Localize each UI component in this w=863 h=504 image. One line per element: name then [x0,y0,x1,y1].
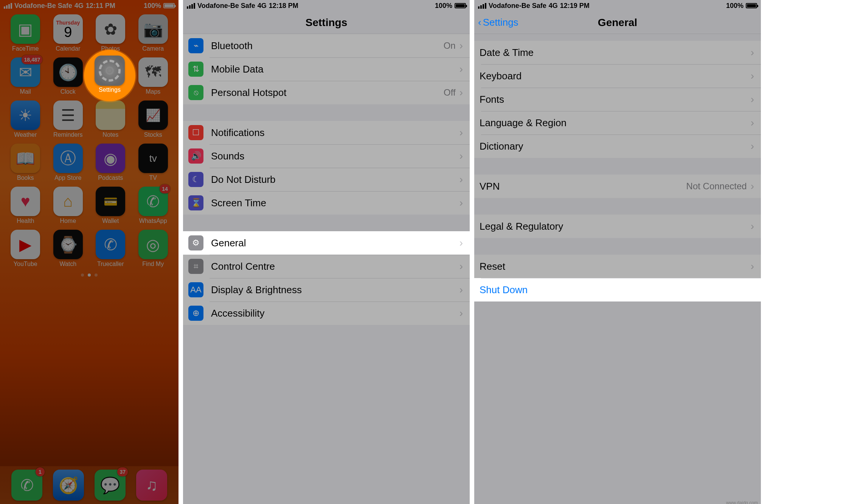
phone-icon: ✆1 [11,470,42,501]
accessibility-icon: ⊕ [188,306,203,321]
row-screen-time[interactable]: ⌛Screen Time› [183,191,470,215]
reminders-icon: ☰ [53,100,83,130]
app-weather[interactable]: ☀Weather [5,100,46,142]
chevron-right-icon: › [459,87,463,99]
row-sounds[interactable]: 🔊Sounds› [183,144,470,168]
row-display-brightness[interactable]: AADisplay & Brightness› [183,278,470,301]
navbar: ‹Settings General [474,11,761,34]
row-control-centre[interactable]: ⌗Control Centre› [183,255,470,278]
mail-icon: ✉18,487 [11,57,40,87]
app-truecaller[interactable]: ✆Truecaller [90,230,131,271]
app-whatsapp[interactable]: ✆14WhatsApp [133,187,174,228]
app-reminders[interactable]: ☰Reminders [48,100,88,142]
signal-icon [187,3,195,9]
chevron-right-icon: › [751,220,754,232]
spotlight-settings[interactable]: Settings [84,50,135,101]
tv-icon: tv [138,144,168,173]
chevron-right-icon: › [459,40,463,52]
app-camera[interactable]: 📷Camera [133,14,174,56]
row-language-region[interactable]: Language & Region› [474,111,761,135]
messages-badge: 37 [117,467,128,476]
app-clock[interactable]: 🕙Clock [48,57,88,99]
row-vpn[interactable]: VPNNot Connected› [474,175,761,198]
app-mail[interactable]: ✉18,487Mail [5,57,46,99]
watermark: www.daidq.com [726,500,758,504]
status-time: 12:18 PM [269,2,298,10]
carrier-label: Vodafone-Be Safe [197,2,255,10]
app-health[interactable]: ♥Health [5,187,46,228]
dock: ✆1 🧭 💬37 ♫ [0,466,178,504]
status-time: 12:19 PM [560,2,590,10]
app-appstore[interactable]: ⒶApp Store [48,144,88,185]
app-findmy[interactable]: ◎Find My [133,230,174,271]
app-calendar[interactable]: Thursday9Calendar [48,14,88,56]
app-home[interactable]: ⌂Home [48,187,88,228]
row-shut-down[interactable]: Shut Down [474,278,761,301]
row-notifications[interactable]: ☐Notifications› [183,121,470,144]
row-personal-hotspot[interactable]: ⍉Personal HotspotOff› [183,81,470,104]
row-fonts[interactable]: Fonts› [474,88,761,111]
books-icon: 📖 [11,144,40,173]
row-mobile-data[interactable]: ⇅Mobile Data› [183,57,470,81]
app-books[interactable]: 📖Books [5,144,46,185]
chevron-right-icon: › [459,260,463,272]
status-bar: Vodafone-Be Safe 4G 12:11 PM 100% [0,0,178,11]
app-notes[interactable]: Notes [90,100,131,142]
whatsapp-badge: 14 [160,184,170,193]
chevron-right-icon: › [459,284,463,296]
music-icon: ♫ [136,470,167,501]
display-icon: AA [188,282,203,297]
carrier-label: Vodafone-Be Safe [489,2,546,10]
row-do-not-disturb[interactable]: ☾Do Not Disturb› [183,168,470,191]
general-icon: ⚙ [188,235,203,250]
chevron-right-icon: › [459,197,463,209]
mobile-data-icon: ⇅ [188,62,203,77]
panel-home-screen: Vodafone-Be Safe 4G 12:11 PM 100% ▣FaceT… [0,0,178,504]
screentime-icon: ⌛ [188,195,203,210]
chevron-right-icon: › [751,180,754,192]
row-legal-regulatory[interactable]: Legal & Regulatory› [474,215,761,238]
chevron-right-icon: › [751,117,754,129]
appstore-icon: Ⓐ [53,144,83,173]
app-podcasts[interactable]: ◉Podcasts [90,144,131,185]
row-reset[interactable]: Reset› [474,255,761,278]
app-wallet[interactable]: 💳Wallet [90,187,131,228]
watch-icon: ⌚ [53,230,83,259]
row-keyboard[interactable]: Keyboard› [474,64,761,88]
app-watch[interactable]: ⌚Watch [48,230,88,271]
dock-safari[interactable]: 🧭 [48,470,89,501]
truecaller-icon: ✆ [96,230,125,259]
status-bar: Vodafone-Be Safe 4G 12:18 PM 100% [183,0,470,11]
back-button[interactable]: ‹Settings [478,11,518,34]
chevron-right-icon: › [459,150,463,162]
chevron-right-icon: › [751,46,754,59]
app-youtube[interactable]: ▶YouTube [5,230,46,271]
dock-phone[interactable]: ✆1 [6,470,48,501]
settings-icon [95,56,125,86]
app-maps[interactable]: 🗺Maps [133,57,174,99]
row-accessibility[interactable]: ⊕Accessibility› [183,301,470,325]
app-facetime[interactable]: ▣FaceTime [5,14,46,56]
messages-icon: 💬37 [95,470,126,501]
dock-messages[interactable]: 💬37 [89,470,131,501]
row-date-time[interactable]: Date & Time› [474,41,761,64]
dock-music[interactable]: ♫ [131,470,172,501]
notifications-icon: ☐ [188,125,203,140]
row-general[interactable]: ⚙General› [183,231,470,255]
chevron-right-icon: › [459,63,463,75]
carrier-label: Vodafone-Be Safe [14,2,72,10]
app-stocks[interactable]: 📈Stocks [133,100,174,142]
youtube-icon: ▶ [11,230,40,259]
navbar-title: Settings [306,17,347,29]
page-indicator [0,274,178,277]
row-dictionary[interactable]: Dictionary› [474,135,761,158]
app-tv[interactable]: tvTV [133,144,174,185]
control-centre-icon: ⌗ [188,259,203,274]
chevron-right-icon: › [751,260,754,272]
chevron-right-icon: › [751,93,754,105]
sounds-icon: 🔊 [188,148,203,164]
battery-icon [746,3,757,8]
safari-icon: 🧭 [53,470,84,501]
hotspot-icon: ⍉ [188,85,203,100]
row-bluetooth[interactable]: ⌁BluetoothOn› [183,34,470,57]
